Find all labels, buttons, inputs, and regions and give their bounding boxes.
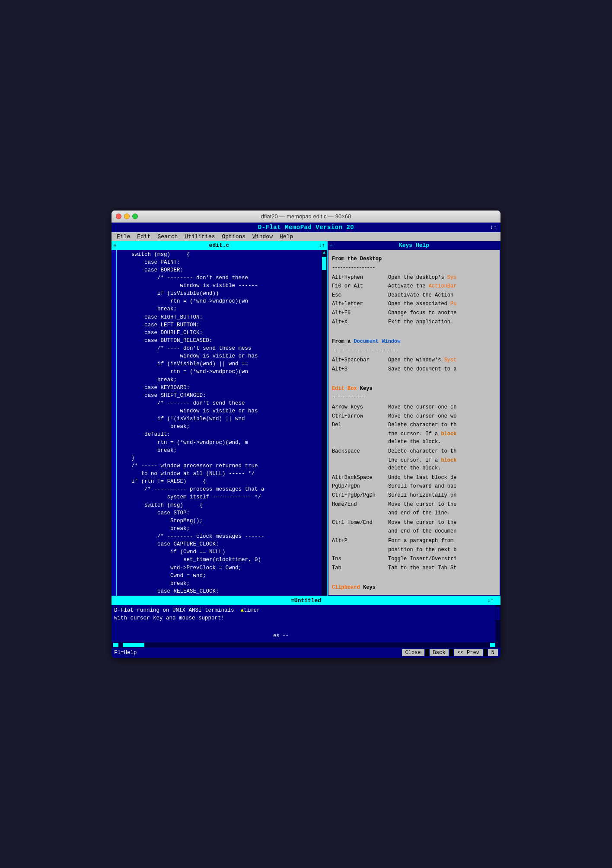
help-section-docwin: From a Document Window bbox=[332, 338, 496, 346]
nav-utilities[interactable]: Utilities bbox=[181, 233, 218, 240]
help-cont: the cursor. If a block bbox=[388, 430, 496, 438]
help-section-editbox: Edit Box Keys bbox=[332, 385, 496, 393]
bottom-scroll-thumb[interactable] bbox=[496, 607, 500, 620]
help-cont: delete the block. bbox=[388, 438, 496, 446]
window-title: dflat20 — memopad edit.c — 90×60 bbox=[261, 213, 351, 220]
help-pane: ≡ Keys Help From the Desktop -----------… bbox=[328, 241, 500, 596]
help-row: Ctrl+Home/End Move the cursor to the bbox=[332, 519, 496, 527]
editor-scroll-icon: ↓↑ bbox=[319, 243, 325, 249]
help-cont: delete the block. bbox=[388, 464, 496, 472]
h-scroll-thumb[interactable] bbox=[123, 643, 144, 647]
bottom-content[interactable]: D-Flat running on UNIX ANSI terminals ▲t… bbox=[112, 605, 500, 623]
help-row: Alt+BackSpace Undo the last block de bbox=[332, 474, 496, 482]
help-row: Ctrl+PgUp/PgDn Scroll horizontally on bbox=[332, 491, 496, 500]
help-row: F10 or Alt Activate the ActionBar bbox=[332, 282, 496, 290]
bottom-hscrollbar[interactable] bbox=[112, 642, 495, 648]
bottom-pane: ≡ Untitled ↓↑ D-Flat running on UNIX ANS… bbox=[112, 596, 500, 648]
help-row: Alt+Spacebar Open the window's Syst bbox=[332, 356, 496, 364]
nav-edit[interactable]: Edit bbox=[134, 233, 154, 240]
status-buttons: Close Back << Prev N bbox=[402, 649, 498, 656]
help-row: PgUp/PgDn Scroll forward and bac bbox=[332, 482, 496, 491]
status-bar: F1=Help Close Back << Prev N bbox=[112, 648, 500, 658]
scroll-up-arrow[interactable]: ▲ bbox=[323, 251, 325, 255]
help-row: Backspace Delete character to th bbox=[332, 447, 496, 456]
help-row: Alt+P Form a paragraph from bbox=[332, 537, 496, 545]
bottom-scroll-icon: ↓↑ bbox=[488, 598, 494, 604]
help-cont: the cursor. If a block bbox=[388, 456, 496, 465]
editor-left-border bbox=[112, 250, 117, 596]
title-bar: dflat20 — memopad edit.c — 90×60 bbox=[112, 211, 500, 223]
help-row: Ctrl+arrow Move the cursor one wo bbox=[332, 412, 496, 421]
help-row: Alt+Hyphen Open the desktop's Sys bbox=[332, 274, 496, 282]
status-help: F1=Help bbox=[114, 650, 137, 656]
help-section-desktop: From the Desktop bbox=[332, 255, 496, 263]
code-editor[interactable]: switch (msg) { case PAINT: case BORDER: … bbox=[117, 250, 322, 596]
status-btn-close[interactable]: Close bbox=[402, 649, 424, 656]
help-content[interactable]: From the Desktop ---------------- Alt+Hy… bbox=[328, 250, 500, 596]
app-title: D-Flat MemoPad Version 20 bbox=[258, 224, 354, 231]
help-row: Del Delete character to th bbox=[332, 421, 496, 429]
app-window: dflat20 — memopad edit.c — 90×60 D-Flat … bbox=[112, 211, 500, 658]
nav-help[interactable]: Help bbox=[276, 233, 296, 240]
close-button[interactable] bbox=[116, 214, 121, 219]
help-row: Alt+F6 Change focus to anothe bbox=[332, 309, 496, 317]
help-menu-icon[interactable]: ≡ bbox=[329, 242, 333, 249]
app-menubar: D-Flat MemoPad Version 20 ↓↑ bbox=[112, 223, 500, 232]
status-btn-n[interactable]: N bbox=[488, 649, 498, 656]
bottom-menu-icon[interactable]: ≡ bbox=[291, 597, 294, 604]
help-cont: and end of the line. bbox=[388, 509, 496, 517]
minimize-button[interactable] bbox=[124, 214, 130, 219]
help-section-clipboard: Clipboard Keys bbox=[332, 584, 496, 592]
help-row: Esc Deactivate the Action bbox=[332, 291, 496, 300]
editor-content-wrapper: switch (msg) { case PAINT: case BORDER: … bbox=[112, 250, 327, 596]
main-area: ≡ edit.c ↓↑ switch (msg) { case PAINT: c… bbox=[112, 241, 500, 596]
help-cont: position to the next b bbox=[388, 546, 496, 554]
editor-title: edit.c bbox=[209, 242, 230, 249]
window-controls bbox=[116, 214, 138, 219]
help-row: Arrow keys Move the cursor one ch bbox=[332, 403, 496, 412]
maximize-button[interactable] bbox=[132, 214, 138, 219]
nav-window[interactable]: Window bbox=[249, 233, 276, 240]
editor-pane: ≡ edit.c ↓↑ switch (msg) { case PAINT: c… bbox=[112, 241, 328, 596]
editor-menu-icon[interactable]: ≡ bbox=[113, 243, 116, 249]
scroll-thumb[interactable] bbox=[322, 257, 326, 270]
editor-titlebar: ≡ edit.c ↓↑ bbox=[112, 241, 327, 250]
help-row: Ins Toggle Insert/Overstri bbox=[332, 555, 496, 563]
app-content: D-Flat MemoPad Version 20 ↓↑ File Edit S… bbox=[112, 223, 500, 658]
bottom-extra: es -- bbox=[273, 633, 289, 639]
bottom-pane-title: Untitled bbox=[294, 597, 321, 604]
nav-options[interactable]: Options bbox=[219, 233, 249, 240]
h-scroll-left[interactable] bbox=[113, 643, 118, 647]
status-sep-2 bbox=[449, 649, 453, 656]
bottom-pane-titlebar: ≡ Untitled ↓↑ bbox=[112, 597, 500, 605]
nav-search[interactable]: Search bbox=[154, 233, 181, 240]
help-cont: and end of the documen bbox=[388, 527, 496, 536]
app-nav: File Edit Search Utilities Options Windo… bbox=[112, 232, 500, 241]
help-row: Alt+X Exit the application. bbox=[332, 318, 496, 326]
status-sep-3 bbox=[484, 649, 487, 656]
help-row: Home/End Move the cursor to the bbox=[332, 501, 496, 509]
menubar-scrollindicator: ↓↑ bbox=[490, 224, 497, 230]
status-btn-back[interactable]: Back bbox=[430, 649, 449, 656]
editor-scrollbar[interactable]: ▲ bbox=[322, 250, 327, 596]
bottom-vscrollbar[interactable] bbox=[495, 605, 500, 648]
h-scroll-right[interactable] bbox=[490, 643, 495, 647]
status-btn-prev[interactable]: << Prev bbox=[454, 649, 482, 656]
help-title: Keys Help bbox=[399, 242, 429, 249]
help-titlebar: ≡ Keys Help bbox=[328, 241, 500, 250]
nav-file[interactable]: File bbox=[113, 233, 134, 240]
help-row: Tab Tab to the next Tab St bbox=[332, 564, 496, 572]
help-row: Alt+S Save the document to a bbox=[332, 365, 496, 373]
status-sep-1 bbox=[425, 649, 429, 656]
help-row: Alt+letter Open the associated Pu bbox=[332, 300, 496, 308]
